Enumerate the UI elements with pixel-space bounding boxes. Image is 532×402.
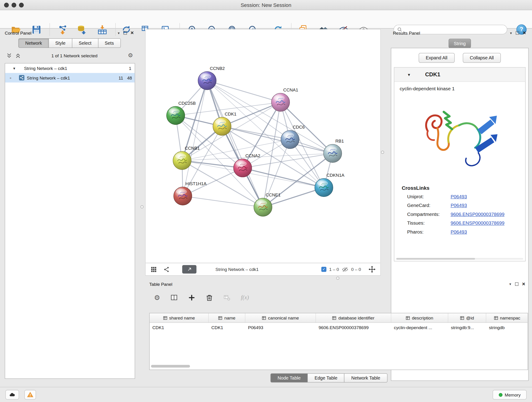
show-columns-icon[interactable] xyxy=(170,294,178,301)
column-header-@id[interactable]: @id xyxy=(448,313,486,322)
card-disclosure-icon[interactable]: ▼ xyxy=(407,72,411,77)
crosslink-value-link[interactable]: P06493 xyxy=(451,229,467,235)
delete-column-trash-icon[interactable] xyxy=(206,294,213,301)
tab-node-table[interactable]: Node Table xyxy=(270,373,308,383)
grid-view-icon[interactable] xyxy=(150,266,157,273)
table-cell[interactable]: cyclin-dependent ... xyxy=(391,323,448,332)
network-edge[interactable] xyxy=(207,81,263,207)
selected-nodes-checkbox[interactable]: ✓ xyxy=(322,267,326,272)
network-edge[interactable] xyxy=(263,187,324,207)
application-window: Session: New Session xyxy=(0,0,532,402)
expand-all-icon[interactable] xyxy=(15,53,21,59)
table-header-row: shared namenamecanonical namedatabase id… xyxy=(150,313,528,323)
tab-network[interactable]: Network xyxy=(19,38,49,48)
results-panel-float-icon[interactable] xyxy=(515,31,519,35)
tab-string[interactable]: String xyxy=(449,39,471,48)
table-cell[interactable]: stringdb:9... xyxy=(448,323,486,332)
table-panel-float-icon[interactable] xyxy=(515,282,518,286)
table-panel-title: Table Panel xyxy=(149,281,172,287)
table-cell[interactable]: CDK1 xyxy=(150,323,209,332)
column-header-description[interactable]: description xyxy=(391,313,448,322)
crosslink-value-link[interactable]: P06493 xyxy=(451,194,467,200)
node-label: HIST1H1A xyxy=(186,181,207,186)
table-settings-gear-icon[interactable]: ⚙ xyxy=(154,294,160,301)
table-horizontal-scrollbar[interactable] xyxy=(151,365,190,368)
tab-sets[interactable]: Sets xyxy=(98,38,120,48)
network-edge[interactable] xyxy=(183,81,207,196)
results-panel-close-icon[interactable]: × xyxy=(523,31,526,35)
column-header-namespac[interactable]: namespac xyxy=(486,313,528,322)
tab-edge-table[interactable]: Edge Table xyxy=(307,373,345,383)
collection-label: String Network – cdk1 xyxy=(24,66,67,71)
control-panel-close-icon[interactable]: × xyxy=(131,31,134,35)
collection-disclosure-icon[interactable]: ▼ xyxy=(13,66,16,70)
table-cell[interactable]: CDK1 xyxy=(209,323,245,332)
network-node-CDC25B[interactable]: CDC25B xyxy=(167,101,196,125)
tab-style[interactable]: Style xyxy=(49,38,72,48)
table-panel-collapse-icon[interactable]: ▾ xyxy=(509,282,511,286)
tab-select[interactable]: Select xyxy=(72,38,98,48)
table-cell[interactable]: stringdb xyxy=(486,323,528,332)
network-node-CDC6[interactable]: CDC6 xyxy=(281,125,305,148)
table-panel-close-icon[interactable]: × xyxy=(522,282,525,286)
column-header-canonical-name[interactable]: canonical name xyxy=(245,313,316,322)
protein-card-header[interactable]: ▼ CDK1 xyxy=(394,68,525,82)
warnings-button[interactable] xyxy=(25,390,36,400)
table-cell[interactable]: P06493 xyxy=(245,323,316,332)
network-node-CDKN1A[interactable]: CDKN1A xyxy=(315,173,345,197)
network-collection-row[interactable]: ▼ String Network – cdk1 1 xyxy=(5,64,135,73)
node-label: CCNA2 xyxy=(245,153,260,158)
table-cell[interactable]: 9606.ENSP00000378699 xyxy=(316,323,391,332)
crosslink-label: Tissues: xyxy=(407,220,451,226)
column-header-name[interactable]: name xyxy=(209,313,245,322)
column-header-database-identifier[interactable]: database identifier xyxy=(316,313,391,322)
collapse-all-icon[interactable] xyxy=(6,53,12,59)
network-edge[interactable] xyxy=(183,196,263,207)
cloud-button[interactable] xyxy=(6,390,19,400)
hidden-count: 0 – 0 xyxy=(351,267,361,272)
memory-button[interactable]: Memory xyxy=(493,390,526,400)
results-panel-collapse-icon[interactable]: ▾ xyxy=(510,31,512,35)
share-icon[interactable] xyxy=(163,266,170,273)
pan-crosshair-icon[interactable] xyxy=(368,266,375,273)
network-canvas[interactable]: CCNB2CCNA1CDC25BCDK1CDC6RB1CCNB1CCNA2CDK… xyxy=(145,29,381,263)
crosslink-label: Compartments: xyxy=(407,211,451,217)
collapse-all-button[interactable]: Collapse All xyxy=(462,53,501,63)
birdseye-toggle-button[interactable] xyxy=(182,265,196,274)
network-node-CCNB2[interactable]: CCNB2 xyxy=(198,66,225,90)
crosslink-row: GeneCard:P06493 xyxy=(407,203,525,208)
node-label: CCNE1 xyxy=(266,192,281,197)
card-scrollbar[interactable] xyxy=(396,258,523,259)
expand-all-button[interactable]: Expand All xyxy=(418,53,455,63)
crosslink-value-link[interactable]: P06493 xyxy=(451,203,467,208)
table-row[interactable]: CDK1CDK1P064939606.ENSP00000378699cyclin… xyxy=(150,323,528,332)
network-graph[interactable]: CCNB2CCNA1CDC25BCDK1CDC6RB1CCNB1CCNA2CDK… xyxy=(146,30,380,263)
column-header-label: @id xyxy=(466,315,474,320)
column-type-icon xyxy=(406,316,410,320)
control-panel-float-icon[interactable] xyxy=(123,31,127,35)
network-node-RB1[interactable]: RB1 xyxy=(323,139,344,162)
bottom-splitter-handle[interactable] xyxy=(336,277,339,280)
status-bar: Memory xyxy=(0,387,532,402)
right-splitter-handle[interactable] xyxy=(381,151,384,154)
add-column-icon[interactable] xyxy=(188,294,196,301)
crosslink-value-link[interactable]: 9606.ENSP00000378699 xyxy=(451,220,505,226)
column-type-icon xyxy=(332,316,336,320)
network-node-HIST1H1A[interactable]: HIST1H1A xyxy=(174,181,207,205)
network-options-gear-icon[interactable]: ⚙ xyxy=(128,53,133,59)
network-node-CDK1[interactable]: CDK1 xyxy=(213,112,236,135)
control-panel-collapse-icon[interactable]: ▾ xyxy=(118,31,120,35)
left-splitter-handle[interactable] xyxy=(140,205,143,208)
column-header-shared-name[interactable]: shared name xyxy=(150,313,209,322)
network-edge[interactable] xyxy=(207,81,280,102)
network-edge[interactable] xyxy=(243,168,324,188)
network-row[interactable]: ● String Network – cdk1 11 48 xyxy=(5,73,135,82)
network-node-CCNA1[interactable]: CCNA1 xyxy=(272,88,298,111)
network-edge[interactable] xyxy=(207,81,333,153)
network-edge[interactable] xyxy=(182,102,281,160)
tab-network-table[interactable]: Network Table xyxy=(344,373,387,383)
node-count: 11 xyxy=(113,75,123,80)
node-label: CCNA1 xyxy=(283,88,298,92)
node-label: CDC6 xyxy=(293,125,305,129)
crosslink-value-link[interactable]: 9606.ENSP00000378699 xyxy=(451,211,505,217)
